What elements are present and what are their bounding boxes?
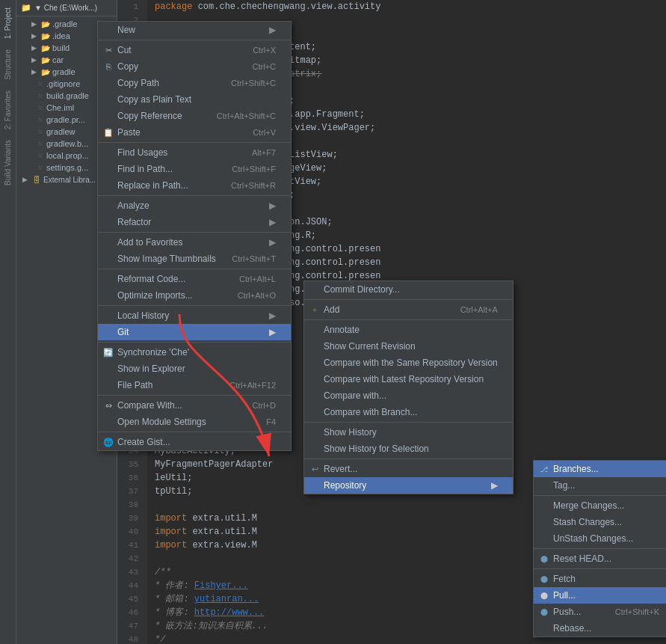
repo-merge[interactable]: Merge Changes... <box>534 497 666 514</box>
git-repository[interactable]: Repository ▶ <box>304 477 513 494</box>
menu-item-refactor[interactable]: Refactor ▶ <box>98 214 291 230</box>
arrow-icon-history: ▶ <box>269 310 276 321</box>
tree-label: .idea <box>52 31 70 40</box>
vtab-build-variants[interactable]: Build Variants <box>2 135 13 190</box>
menu-item-cut[interactable]: ✂ Cut Ctrl+X <box>98 42 291 58</box>
separator-5 <box>98 269 291 269</box>
menu-item-git[interactable]: Git ▶ <box>98 324 291 340</box>
file-icon-gradlewb: ◾ <box>34 138 45 149</box>
menu-item-sync[interactable]: 🔄 Synchronize 'Che' <box>98 344 291 361</box>
tree-label: Che.iml <box>46 103 74 112</box>
sidebar-title: ▼ Che (E:\Work...) <box>34 4 97 12</box>
git-sep-4 <box>304 459 513 459</box>
add-shortcut: Ctrl+Alt+A <box>445 305 498 314</box>
file-icon-localprop: ◾ <box>34 150 45 161</box>
git-sep-1 <box>304 299 513 300</box>
copy-ref-shortcut: Ctrl+Alt+Shift+C <box>202 111 276 120</box>
thumbnails-shortcut: Ctrl+Shift+T <box>217 254 276 263</box>
sync-icon: 🔄 <box>102 346 114 358</box>
fetch-icon: ⬤ <box>538 573 550 585</box>
menu-item-copy-path[interactable]: Copy Path Ctrl+Shift+C <box>98 75 291 91</box>
module-shortcut: F4 <box>251 417 276 426</box>
git-annotate[interactable]: Annotate <box>304 322 513 338</box>
tree-label: gradle.pr... <box>46 115 85 124</box>
menu-item-replace-in-path[interactable]: Replace in Path... Ctrl+Shift+R <box>98 177 291 194</box>
file-icon-cheiml: ◾ <box>34 102 45 113</box>
repo-stash[interactable]: Stash Changes... <box>534 514 666 530</box>
repo-rebase[interactable]: Rebase... <box>534 620 666 637</box>
arrow-icon-analyze: ▶ <box>269 200 276 211</box>
git-compare-latest[interactable]: Compare with Latest Repository Version <box>304 371 513 387</box>
vtab-favorites[interactable]: 2: Favorites <box>2 86 13 134</box>
expand-icon: ▶ <box>28 67 39 77</box>
separator-9 <box>98 432 291 432</box>
repo-sep-3 <box>534 568 666 569</box>
optimize-shortcut: Ctrl+Alt+O <box>223 291 276 300</box>
reset-head-icon: ⬤ <box>538 553 550 565</box>
menu-item-local-history[interactable]: Local History ▶ <box>98 307 291 324</box>
tree-label: .gradle <box>52 19 78 28</box>
menu-item-create-gist[interactable]: 🌐 Create Gist... <box>98 434 291 450</box>
menu-item-compare-with[interactable]: ⇔ Compare With... Ctrl+D <box>98 397 291 414</box>
copy-path-shortcut: Ctrl+Shift+C <box>216 79 276 88</box>
menu-item-copy[interactable]: ⎘ Copy Ctrl+C <box>98 58 291 75</box>
menu-item-paste[interactable]: 📋 Paste Ctrl+V <box>98 124 291 141</box>
menu-item-find-usages[interactable]: Find Usages Alt+F7 <box>98 144 291 161</box>
arrow-icon-favorites: ▶ <box>269 237 276 248</box>
compare-icon: ⇔ <box>102 399 114 411</box>
menu-item-file-path[interactable]: File Path Ctrl+Alt+F12 <box>98 377 291 393</box>
vtab-structure[interactable]: Structure <box>2 45 13 85</box>
repo-branches[interactable]: ⎇ Branches... <box>534 461 666 477</box>
file-icon-gradlew: ◾ <box>34 126 45 137</box>
git-compare-with[interactable]: Compare with... <box>304 387 513 404</box>
menu-item-module-settings[interactable]: Open Module Settings F4 <box>98 414 291 430</box>
vtab-project[interactable]: 1: Project <box>2 3 13 43</box>
vertical-tabs: 1: Project Structure 2: Favorites Build … <box>0 0 16 644</box>
tree-label: External Libra... <box>43 176 96 184</box>
menu-item-optimize[interactable]: Optimize Imports... Ctrl+Alt+O <box>98 287 291 304</box>
git-revert[interactable]: ↩ Revert... <box>304 461 513 477</box>
repo-submenu: ⎇ Branches... Tag... Merge Changes... St… <box>533 460 666 637</box>
repo-fetch[interactable]: ⬤ Fetch <box>534 571 666 587</box>
repo-pull[interactable]: ⬤ Pull... <box>534 587 666 604</box>
pull-icon: ⬤ <box>538 589 550 601</box>
expand-icon: ▶ <box>28 31 39 41</box>
repo-tag[interactable]: Tag... <box>534 477 666 494</box>
cut-shortcut: Ctrl+X <box>238 46 276 55</box>
cut-icon: ✂ <box>102 44 114 56</box>
revert-icon: ↩ <box>309 463 321 475</box>
expand-icon: ▶ <box>28 19 39 29</box>
repo-unstash[interactable]: UnStash Changes... <box>534 530 666 547</box>
menu-item-find-in-path[interactable]: Find in Path... Ctrl+Shift+F <box>98 161 291 177</box>
git-show-history[interactable]: Show History <box>304 424 513 441</box>
copy-shortcut: Ctrl+C <box>238 62 276 71</box>
menu-item-copy-ref[interactable]: Copy Reference Ctrl+Alt+Shift+C <box>98 108 291 124</box>
menu-item-add-favorites[interactable]: Add to Favorites ▶ <box>98 234 291 251</box>
menu-item-reformat[interactable]: Reformat Code... Ctrl+Alt+L <box>98 271 291 287</box>
menu-item-copy-plain[interactable]: Copy as Plain Text <box>98 91 291 108</box>
arrow-icon-repo: ▶ <box>491 480 498 491</box>
menu-item-show-explorer[interactable]: Show in Explorer <box>98 361 291 377</box>
git-add[interactable]: + Add Ctrl+Alt+A <box>304 301 513 318</box>
repo-reset-head[interactable]: ⬤ Reset HEAD... <box>534 551 666 567</box>
replace-shortcut: Ctrl+Shift+R <box>216 181 276 190</box>
git-show-history-selection[interactable]: Show History for Selection <box>304 441 513 457</box>
arrow-icon-git: ▶ <box>269 327 276 337</box>
new-icon <box>102 24 114 36</box>
file-icon-buildgradle: ◾ <box>34 91 45 101</box>
git-compare-branch[interactable]: Compare with Branch... <box>304 404 513 420</box>
folder-icon-gradle2: 📂 <box>40 67 51 77</box>
copy-plain-icon <box>102 93 114 105</box>
menu-item-show-thumbnails[interactable]: Show Image Thumbnails Ctrl+Shift+T <box>98 251 291 267</box>
separator-3 <box>98 195 291 196</box>
git-show-revision[interactable]: Show Current Revision <box>304 338 513 355</box>
repo-push[interactable]: ⬤ Push... Ctrl+Shift+K <box>534 604 666 620</box>
arrow-icon-refactor: ▶ <box>269 217 276 227</box>
tree-label: build.gradle <box>46 91 89 100</box>
menu-item-analyze[interactable]: Analyze ▶ <box>98 197 291 214</box>
file-icon-gitignore: ◾ <box>34 79 45 89</box>
paste-icon: 📋 <box>102 126 114 138</box>
menu-item-new[interactable]: New ▶ <box>98 22 291 38</box>
git-commit-dir[interactable]: Commit Directory... <box>304 281 513 298</box>
git-compare-same-repo[interactable]: Compare with the Same Repository Version <box>304 355 513 371</box>
